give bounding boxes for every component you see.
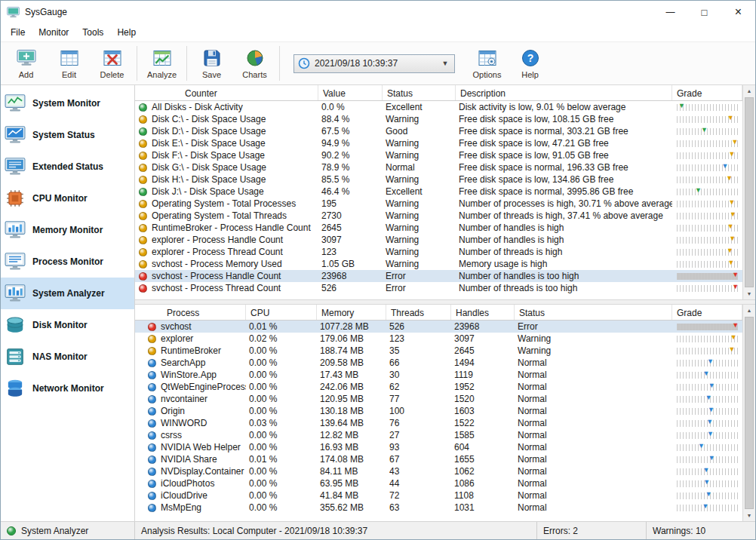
sidebar-item-nas-monitor[interactable]: NAS Monitor <box>1 341 134 373</box>
sidebar-item-system-monitor[interactable]: System Monitor <box>1 87 134 119</box>
counter-row[interactable]: Disk F:\ - Disk Space Usage90.2 %Warning… <box>135 149 742 161</box>
counter-row[interactable]: Disk J:\ - Disk Space Usage46.4 %Excelle… <box>135 186 742 198</box>
processes-vertical-scrollbar[interactable]: ▲ ▼ <box>742 305 755 521</box>
column-header-counter[interactable]: Counter <box>135 85 318 100</box>
counter-row[interactable]: Disk E:\ - Disk Space Usage94.9 %Warning… <box>135 137 742 149</box>
process-row[interactable]: NVIDIA Web Helper0.00 %16.93 MB93604Norm… <box>135 441 742 453</box>
counter-row[interactable]: RuntimeBroker - Process Handle Count2645… <box>135 222 742 234</box>
counter-row[interactable]: Operating System - Total Processes195War… <box>135 198 742 210</box>
column-header-status[interactable]: Status <box>383 85 456 100</box>
cell-description: Number of threads is high <box>456 246 672 258</box>
cell-counter: All Disks - Disk Activity <box>135 101 318 113</box>
scrollbar-thumb[interactable] <box>745 317 754 509</box>
sidebar-item-system-analyzer[interactable]: System Analyzer <box>1 278 134 309</box>
menu-item-help[interactable]: Help <box>110 23 143 41</box>
counter-row[interactable]: Disk G:\ - Disk Space Usage78.9 %NormalF… <box>135 161 742 173</box>
column-header-grade[interactable]: Grade <box>672 85 742 100</box>
column-header-value[interactable]: Value <box>318 85 383 100</box>
cell-text: 1952 <box>454 382 475 392</box>
process-row[interactable]: csrss0.00 %12.82 MB271585Normal▼ <box>135 429 742 441</box>
menu-item-tools[interactable]: Tools <box>75 23 110 41</box>
cell-text: Disk activity is low, 9.01 % below avera… <box>459 102 625 112</box>
minimize-button[interactable]: — <box>653 1 687 23</box>
cell-cpu: 0.00 % <box>246 429 317 441</box>
scroll-down-button[interactable]: ▼ <box>743 288 755 299</box>
counter-name: RuntimeBroker - Process Handle Count <box>152 222 311 233</box>
charts-button[interactable]: Charts <box>233 43 276 84</box>
analyze-button[interactable]: Analyze <box>140 43 183 84</box>
process-row[interactable]: Origin0.00 %130.18 MB1001603Normal▼ <box>135 405 742 417</box>
delete-button[interactable]: Delete <box>91 43 134 84</box>
column-header-memory[interactable]: Memory <box>317 305 386 320</box>
counter-row[interactable]: svchost - Process Memory Used1.05 GBWarn… <box>135 258 742 270</box>
counter-row[interactable]: Disk H:\ - Disk Space Usage85.5 %Warning… <box>135 173 742 186</box>
add-button[interactable]: Add <box>5 43 48 84</box>
column-header-description[interactable]: Description <box>456 85 672 100</box>
cell-text: 46.4 % <box>321 186 349 197</box>
options-button[interactable]: Options <box>466 43 509 84</box>
counter-row[interactable]: explorer - Process Handle Count3097Warni… <box>135 234 742 246</box>
column-header-status[interactable]: Status <box>515 305 672 320</box>
column-header-cpu[interactable]: CPU <box>246 305 317 320</box>
status-dot-red <box>148 323 156 331</box>
process-row[interactable]: NVDisplay.Container0.00 %84.11 MB431062N… <box>135 465 742 477</box>
counter-row[interactable]: svchost - Process Handle Count23968Error… <box>135 270 742 282</box>
sidebar-item-extended-status[interactable]: Extended Status <box>1 151 134 183</box>
sidebar-item-cpu-monitor[interactable]: CPU Monitor <box>1 183 134 214</box>
process-name: NVIDIA Web Helper <box>161 442 241 453</box>
sidebar-item-process-monitor[interactable]: Process Monitor <box>1 246 134 278</box>
process-row[interactable]: QtWebEngineProcess0.00 %242.06 MB621952N… <box>135 381 742 393</box>
panel-splitter[interactable] <box>135 299 755 305</box>
scroll-down-button[interactable]: ▼ <box>743 510 755 521</box>
process-row[interactable]: WINWORD0.03 %139.64 MB761522Normal▼ <box>135 417 742 429</box>
process-row[interactable]: WinStore.App0.00 %17.43 MB301119Normal▼ <box>135 369 742 381</box>
close-button[interactable]: × <box>721 1 755 23</box>
process-row[interactable]: explorer0.02 %179.06 MB1233097Warning▼ <box>135 333 742 345</box>
column-header-process[interactable]: Process <box>135 305 246 320</box>
cell-value: 1.05 GB <box>318 258 383 270</box>
cell-text: 120.95 MB <box>320 394 364 404</box>
datetime-combobox[interactable]: 2021/09/18 10:39:37▼ <box>293 54 455 73</box>
sidebar-item-system-status[interactable]: System Status <box>1 119 134 151</box>
counter-row[interactable]: Disk D:\ - Disk Space Usage67.5 %GoodFre… <box>135 125 742 137</box>
sidebar-item-network-monitor[interactable]: Network Monitor <box>1 373 134 404</box>
process-row[interactable]: svchost0.01 %1077.28 MB52623968Error▼ <box>135 321 742 333</box>
save-button[interactable]: Save <box>190 43 233 84</box>
scroll-up-button[interactable]: ▲ <box>743 85 755 97</box>
process-row[interactable]: NVIDIA Share0.01 %174.08 MB671655Normal▼ <box>135 453 742 465</box>
cell-value: 23968 <box>318 270 383 282</box>
counter-row[interactable]: Operating System - Total Threads2730Warn… <box>135 210 742 222</box>
menu-item-monitor[interactable]: Monitor <box>32 23 75 41</box>
scroll-up-button[interactable]: ▲ <box>743 305 755 316</box>
cell-threads: 93 <box>386 441 451 453</box>
counter-row[interactable]: explorer - Process Thread Count123Warnin… <box>135 246 742 258</box>
maximize-button[interactable]: □ <box>687 1 721 23</box>
edit-button[interactable]: Edit <box>48 43 91 84</box>
counter-row[interactable]: Disk C:\ - Disk Space Usage88.4 %Warning… <box>135 113 742 125</box>
process-row[interactable]: MsMpEng0.00 %355.62 MB631031Normal▼ <box>135 502 742 514</box>
help-button[interactable]: ?Help <box>509 43 552 84</box>
grade-arrow-icon: ▼ <box>703 479 710 486</box>
process-name: SearchApp <box>161 357 205 368</box>
scrollbar-thumb[interactable] <box>745 97 754 287</box>
cell-cpu: 0.00 % <box>246 369 317 381</box>
process-row[interactable]: iCloudDrive0.00 %41.84 MB721108Normal▼ <box>135 489 742 502</box>
process-row[interactable]: SearchApp0.00 %209.58 MB661494Normal▼ <box>135 357 742 369</box>
counter-row[interactable]: svchost - Process Thread Count526ErrorNu… <box>135 282 742 294</box>
grade-gauge: ▼ <box>677 432 738 439</box>
chevron-down-icon[interactable]: ▼ <box>440 60 450 67</box>
counter-row[interactable]: All Disks - Disk Activity0.0 %ExcellentD… <box>135 101 742 113</box>
sidebar-item-memory-monitor[interactable]: Memory Monitor <box>1 214 134 246</box>
column-header-grade[interactable]: Grade <box>672 305 742 320</box>
sidebar-item-label: Process Monitor <box>32 256 103 267</box>
process-row[interactable]: nvcontainer0.00 %120.95 MB771520Normal▼ <box>135 393 742 405</box>
column-header-threads[interactable]: Threads <box>386 305 451 320</box>
column-header-handles[interactable]: Handles <box>451 305 515 320</box>
counters-vertical-scrollbar[interactable]: ▲ ▼ <box>742 85 755 299</box>
sidebar-item-disk-monitor[interactable]: Disk Monitor <box>1 309 134 341</box>
process-row[interactable]: iCloudPhotos0.00 %63.95 MB441086Normal▼ <box>135 477 742 489</box>
grade-arrow-icon: ▼ <box>701 127 708 133</box>
process-row[interactable]: RuntimeBroker0.00 %188.74 MB352645Warnin… <box>135 345 742 357</box>
menu-item-file[interactable]: File <box>4 23 32 41</box>
cell-status: Warning <box>383 173 456 186</box>
